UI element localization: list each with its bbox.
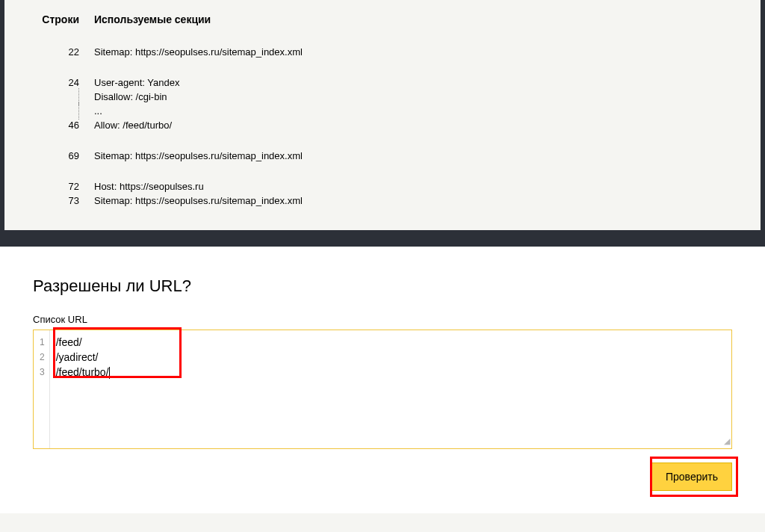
editor-line[interactable]: /feed/turbo/ [56, 365, 725, 380]
check-button[interactable]: Проверить [651, 463, 732, 491]
robots-line-number: 46 [4, 118, 79, 132]
robots-line-text: Host: https://seopulses.ru [94, 179, 761, 194]
robots-line-text: Sitemap: https://seopulses.ru/sitemap_in… [94, 194, 761, 208]
divider-bar [0, 230, 765, 247]
robots-sections-panel: СтрокиИспользуемые секции22Sitemap: http… [0, 0, 765, 230]
robots-line-number: 73 [4, 194, 79, 208]
robots-line-number [4, 90, 79, 104]
robots-line-number: 24 [4, 75, 79, 90]
url-check-panel: Разрешены ли URL? Список URL 123 /feed//… [0, 247, 765, 513]
robots-line-text: Allow: /feed/turbo/ [94, 118, 761, 132]
gutter-line-number: 3 [40, 365, 45, 380]
header-sections: Используемые секции [94, 13, 761, 45]
url-check-heading: Разрешены ли URL? [33, 276, 732, 296]
url-list-editor[interactable]: 123 /feed//yadirect//feed/turbo/ ◢ [33, 330, 732, 449]
editor-line[interactable]: /yadirect/ [56, 350, 725, 365]
robots-line-number [4, 104, 79, 118]
gutter-line-number: 1 [40, 335, 45, 350]
robots-line-number: 22 [4, 45, 79, 59]
editor-gutter: 123 [34, 330, 50, 448]
header-lines: Строки [4, 13, 79, 45]
url-list-label: Список URL [33, 314, 732, 325]
gutter-line-number: 2 [40, 350, 45, 365]
robots-line-number: 72 [4, 179, 79, 194]
editor-body[interactable]: /feed//yadirect//feed/turbo/ [50, 330, 731, 448]
text-cursor [109, 367, 110, 379]
robots-line-text: Disallow: /cgi-bin [94, 90, 761, 104]
robots-line-text: Sitemap: https://seopulses.ru/sitemap_in… [94, 45, 761, 59]
robots-line-text: ... [94, 104, 761, 118]
robots-line-text: User-agent: Yandex [94, 75, 761, 90]
robots-line-number: 69 [4, 149, 79, 163]
robots-line-text: Sitemap: https://seopulses.ru/sitemap_in… [94, 149, 761, 163]
editor-line[interactable]: /feed/ [56, 335, 725, 350]
